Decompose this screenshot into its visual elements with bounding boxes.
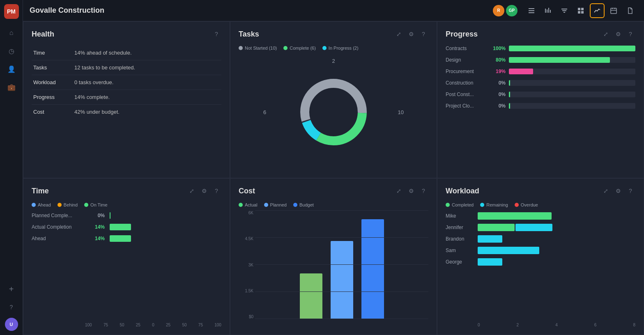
health-label-tasks: Tasks bbox=[32, 60, 73, 75]
svg-rect-8 bbox=[562, 10, 566, 11]
progress-row-contracts: Contracts 100% bbox=[446, 46, 635, 51]
progress-pct-construction: 0% bbox=[490, 80, 506, 86]
health-row-cost: Cost 42% under budget. bbox=[32, 105, 221, 119]
tasks-expand-icon[interactable]: ⤢ bbox=[394, 29, 404, 39]
svg-rect-3 bbox=[545, 9, 546, 13]
progress-label-procurement: Procurement bbox=[446, 69, 487, 74]
time-help-icon[interactable]: ? bbox=[212, 186, 221, 196]
progress-expand-icon[interactable]: ⤢ bbox=[601, 29, 611, 39]
workload-title: Workload bbox=[446, 187, 479, 195]
progress-bar-construction bbox=[509, 80, 635, 86]
cost-bar-budget bbox=[361, 219, 384, 319]
sidebar-help-button[interactable]: ? bbox=[4, 300, 19, 314]
table-view-button[interactable] bbox=[573, 3, 588, 18]
app-logo[interactable]: PM bbox=[4, 4, 19, 19]
progress-bar-contracts bbox=[509, 46, 635, 51]
health-panel-icons: ? bbox=[212, 29, 221, 39]
tasks-legend-complete: Complete (6) bbox=[283, 46, 316, 50]
calendar-view-button[interactable] bbox=[606, 3, 621, 18]
progress-bar-post-const bbox=[509, 92, 635, 97]
time-settings-icon[interactable]: ⚙ bbox=[199, 186, 209, 196]
time-bar-area-ahead bbox=[110, 235, 221, 242]
planned-label: Planned bbox=[270, 202, 287, 207]
tasks-help-icon[interactable]: ? bbox=[419, 29, 428, 39]
health-value-progress: 14% complete. bbox=[73, 90, 221, 105]
time-panel: Time ⤢ ⚙ ? Ahead Behind On Tim bbox=[23, 178, 230, 335]
time-pct-planned: 0% bbox=[88, 213, 105, 218]
avatar-r[interactable]: R bbox=[493, 5, 504, 16]
tasks-panel-header: Tasks ⤢ ⚙ ? bbox=[239, 29, 428, 39]
time-expand-icon[interactable]: ⤢ bbox=[187, 186, 197, 196]
sidebar-item-home[interactable]: ⌂ bbox=[4, 25, 19, 40]
workload-bars-brandon bbox=[478, 235, 635, 243]
workload-label-sam: Sam bbox=[446, 248, 474, 253]
health-help-icon[interactable]: ? bbox=[212, 29, 221, 39]
cost-panel-header: Cost ⤢ ⚙ ? bbox=[239, 186, 428, 196]
page-title: Govalle Construction bbox=[30, 6, 486, 15]
budget-dot bbox=[293, 203, 297, 207]
filter-button[interactable] bbox=[557, 3, 572, 18]
workload-chart: Mike Jennifer Brandon bbox=[446, 212, 635, 321]
workload-bars-mike bbox=[478, 212, 635, 220]
workload-help-icon[interactable]: ? bbox=[626, 186, 635, 196]
time-pct-ahead: 14% bbox=[88, 236, 105, 241]
workload-remaining-jennifer bbox=[515, 224, 552, 231]
progress-settings-icon[interactable]: ⚙ bbox=[613, 29, 623, 39]
workload-x-axis: 0 2 4 6 8 bbox=[446, 323, 635, 327]
time-pct-actual: 14% bbox=[88, 224, 105, 230]
cost-settings-icon[interactable]: ⚙ bbox=[406, 186, 416, 196]
svg-rect-7 bbox=[561, 9, 567, 9]
ahead-dot bbox=[32, 203, 36, 207]
planned-dot bbox=[264, 203, 268, 207]
svg-rect-2 bbox=[529, 12, 534, 13]
file-view-button[interactable] bbox=[623, 3, 637, 18]
sidebar-item-portfolio[interactable]: 💼 bbox=[4, 80, 19, 94]
complete-label: Complete (6) bbox=[290, 46, 316, 50]
cost-bars-area: $0 1.5K 3K 4.5K 6K bbox=[239, 211, 428, 327]
health-label-progress: Progress bbox=[32, 90, 73, 105]
health-label-time: Time bbox=[32, 46, 73, 60]
sidebar-item-people[interactable]: 👤 bbox=[4, 62, 19, 76]
header-avatars: R GP bbox=[493, 5, 518, 16]
workload-label-mike: Mike bbox=[446, 213, 474, 219]
health-table: Time 14% ahead of schedule. Tasks 12 tas… bbox=[32, 46, 221, 119]
list-view-button[interactable] bbox=[524, 3, 539, 18]
behind-label: Behind bbox=[64, 202, 78, 207]
progress-pct-contracts: 100% bbox=[490, 46, 506, 51]
sidebar-item-history[interactable]: ◷ bbox=[4, 44, 19, 58]
cost-legend-actual: Actual bbox=[239, 202, 258, 207]
completed-label: Completed bbox=[452, 202, 474, 207]
workload-panel-header: Workload ⤢ ⚙ ? bbox=[446, 186, 635, 196]
main-content: Govalle Construction R GP bbox=[23, 0, 644, 335]
workload-expand-icon[interactable]: ⤢ bbox=[601, 186, 611, 196]
sidebar-add-button[interactable]: + bbox=[4, 282, 19, 296]
health-value-workload: 0 tasks overdue. bbox=[73, 75, 221, 90]
svg-rect-9 bbox=[564, 12, 565, 13]
progress-panel: Progress ⤢ ⚙ ? Contracts 100% bbox=[437, 21, 644, 178]
svg-rect-0 bbox=[529, 8, 534, 9]
progress-bar-project-clo bbox=[509, 103, 635, 109]
avatar-gp[interactable]: GP bbox=[506, 5, 518, 16]
user-avatar[interactable]: U bbox=[5, 318, 18, 331]
health-title: Health bbox=[32, 30, 54, 39]
cost-bar-planned bbox=[331, 241, 353, 319]
time-row-actual: Actual Completion 14% bbox=[32, 224, 221, 230]
workload-row-mike: Mike bbox=[446, 212, 635, 220]
cost-help-icon[interactable]: ? bbox=[419, 186, 428, 196]
progress-label-project-clo: Project Clo... bbox=[446, 103, 487, 109]
donut-top-label: 2 bbox=[332, 58, 335, 64]
dashboard-view-button[interactable] bbox=[590, 3, 605, 18]
bar-view-button[interactable] bbox=[540, 3, 555, 18]
svg-rect-14 bbox=[611, 8, 616, 14]
progress-help-icon[interactable]: ? bbox=[626, 29, 635, 39]
svg-rect-12 bbox=[578, 11, 580, 14]
in-progress-dot bbox=[322, 46, 327, 50]
workload-settings-icon[interactable]: ⚙ bbox=[613, 186, 623, 196]
cost-legend: Actual Planned Budget bbox=[239, 202, 428, 207]
workload-row-george: George bbox=[446, 258, 635, 266]
budget-label: Budget bbox=[299, 202, 314, 207]
progress-row-procurement: Procurement 19% bbox=[446, 69, 635, 74]
tasks-settings-icon[interactable]: ⚙ bbox=[406, 29, 416, 39]
cost-expand-icon[interactable]: ⤢ bbox=[394, 186, 404, 196]
workload-remaining-george bbox=[478, 258, 502, 266]
